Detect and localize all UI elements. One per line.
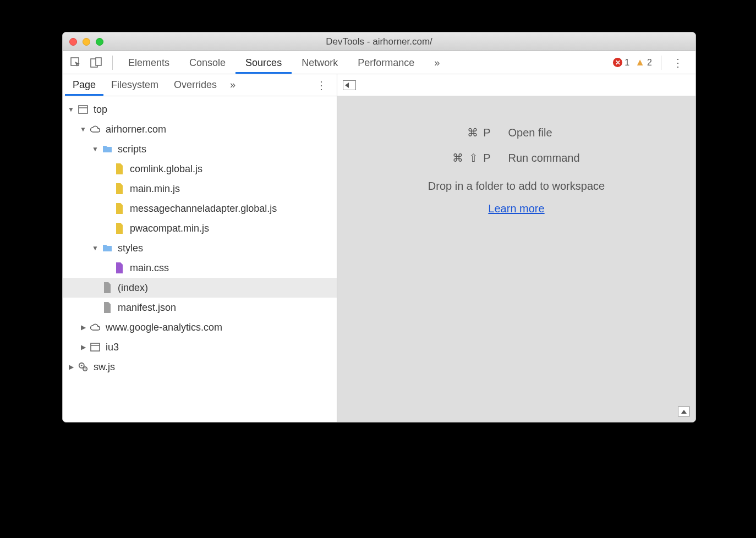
settings-menu-button[interactable]: ⋮: [667, 56, 689, 69]
device-mode-icon[interactable]: [86, 54, 107, 72]
tree-file-mainjs[interactable]: ▶ main.min.js: [63, 179, 337, 199]
shortcut-keys: ⌘ P: [398, 126, 508, 139]
tree-label: iu3: [106, 342, 119, 353]
window-controls: [69, 38, 103, 46]
tree-label: sw.js: [94, 361, 115, 373]
workspace-drop-hint: Drop in a folder to add to workspace: [428, 180, 605, 193]
folder-icon: [101, 242, 113, 254]
subtabs-overflow[interactable]: »: [224, 76, 241, 94]
gear-icon: [77, 361, 89, 373]
devtools-window: DevTools - airhorner.com/ Elements Conso…: [62, 32, 696, 422]
frame-icon: [89, 341, 101, 353]
tree-label: www.google-analytics.com: [106, 322, 222, 333]
shortcut-keys: ⌘ ⇧ P: [398, 151, 508, 164]
separator: [112, 56, 113, 70]
frame-icon: [77, 103, 89, 116]
css-file-icon: [113, 262, 125, 274]
tree-file-css[interactable]: ▶ main.css: [63, 258, 337, 278]
tree-label: airhorner.com: [106, 124, 166, 135]
toggle-drawer-button[interactable]: [678, 407, 690, 416]
error-count-badge[interactable]: ✕ 1: [613, 58, 629, 68]
tree-file-pwa[interactable]: ▶ pwacompat.min.js: [63, 218, 337, 238]
chevron-up-icon: [681, 410, 687, 414]
warning-icon: ▲: [635, 57, 645, 68]
zoom-window-button[interactable]: [96, 38, 103, 46]
navigator-menu-button[interactable]: ⋮: [308, 79, 335, 92]
warning-count-badge[interactable]: ▲ 2: [635, 57, 652, 68]
tab-network[interactable]: Network: [292, 52, 348, 73]
tree-label: top: [94, 104, 107, 116]
error-count: 1: [624, 58, 629, 68]
shortcut-label: Open file: [508, 127, 635, 139]
tab-elements[interactable]: Elements: [118, 52, 179, 73]
editor-toolbar: [337, 74, 695, 96]
svg-rect-2: [96, 58, 101, 65]
tree-label: main.css: [130, 262, 169, 274]
titlebar: DevTools - airhorner.com/: [63, 32, 695, 51]
chevron-left-icon: [345, 83, 349, 88]
tab-performance[interactable]: Performance: [348, 52, 424, 73]
tree-domain-ga[interactable]: ▶ www.google-analytics.com: [63, 317, 337, 337]
tree-file-manifest[interactable]: ▶ manifest.json: [63, 298, 337, 317]
tab-console[interactable]: Console: [179, 52, 235, 73]
subtab-page[interactable]: Page: [65, 75, 103, 95]
warning-count: 2: [647, 58, 652, 68]
tree-folder-scripts[interactable]: ▼ scripts: [63, 139, 337, 159]
close-window-button[interactable]: [69, 38, 77, 46]
tree-label: main.min.js: [130, 183, 180, 195]
tree-label: scripts: [118, 144, 146, 155]
shortcut-open-file: ⌘ P Open file: [398, 126, 635, 139]
main-toolbar: Elements Console Sources Network Perform…: [63, 51, 695, 74]
toggle-navigator-button[interactable]: [343, 80, 356, 90]
svg-point-8: [81, 365, 83, 366]
tree-label: messagechanneladapter.global.js: [130, 203, 277, 215]
tree-worker-sw[interactable]: ▶ sw.js: [63, 357, 337, 377]
svg-rect-5: [91, 343, 100, 351]
tree-file-index[interactable]: ▶ (index): [63, 278, 337, 298]
tree-domain-airhorner[interactable]: ▼ airhorner.com: [63, 119, 337, 139]
tree-label: pwacompat.min.js: [130, 223, 209, 234]
svg-point-10: [85, 369, 86, 370]
tab-sources[interactable]: Sources: [235, 52, 292, 73]
tree-folder-styles[interactable]: ▼ styles: [63, 238, 337, 258]
editor-placeholder: ⌘ P Open file ⌘ ⇧ P Run command Drop in …: [337, 96, 695, 422]
svg-rect-3: [79, 106, 87, 113]
inspect-element-icon[interactable]: [66, 54, 86, 72]
navigator-tabs: Page Filesystem Overrides » ⋮: [63, 74, 337, 96]
minimize-window-button[interactable]: [83, 38, 90, 46]
tree-file-comlink[interactable]: ▶ comlink.global.js: [63, 159, 337, 179]
tree-label: comlink.global.js: [130, 163, 202, 175]
window-title: DevTools - airhorner.com/: [63, 36, 695, 47]
learn-more-link[interactable]: Learn more: [488, 202, 544, 215]
subtab-filesystem[interactable]: Filesystem: [103, 75, 166, 95]
tabs-overflow[interactable]: »: [424, 52, 450, 73]
shortcut-label: Run command: [508, 152, 635, 164]
tree-frame-top[interactable]: ▼ top: [63, 100, 337, 119]
js-file-icon: [113, 202, 125, 215]
cloud-icon: [89, 321, 101, 333]
file-tree: ▼ top ▼ airhorner.com ▼: [63, 96, 337, 422]
panel-tabs: Elements Console Sources Network Perform…: [118, 52, 450, 73]
js-file-icon: [113, 183, 125, 195]
tree-label: (index): [118, 282, 148, 294]
file-icon: [101, 282, 113, 294]
tree-frame-iu3[interactable]: ▶ iu3: [63, 337, 337, 357]
separator: [661, 56, 661, 70]
tree-label: manifest.json: [118, 302, 176, 314]
tree-file-mca[interactable]: ▶ messagechanneladapter.global.js: [63, 199, 337, 218]
subtab-overrides[interactable]: Overrides: [166, 75, 224, 95]
file-icon: [101, 301, 113, 314]
cloud-icon: [89, 123, 101, 135]
tree-label: styles: [118, 243, 143, 254]
panel-body: Page Filesystem Overrides » ⋮ ▼ top ▼: [63, 74, 695, 422]
editor-pane: ⌘ P Open file ⌘ ⇧ P Run command Drop in …: [337, 74, 695, 422]
shortcut-run-command: ⌘ ⇧ P Run command: [398, 151, 635, 164]
navigator-pane: Page Filesystem Overrides » ⋮ ▼ top ▼: [63, 74, 337, 422]
folder-icon: [101, 143, 113, 155]
js-file-icon: [113, 163, 125, 175]
error-icon: ✕: [613, 58, 622, 67]
js-file-icon: [113, 222, 125, 234]
